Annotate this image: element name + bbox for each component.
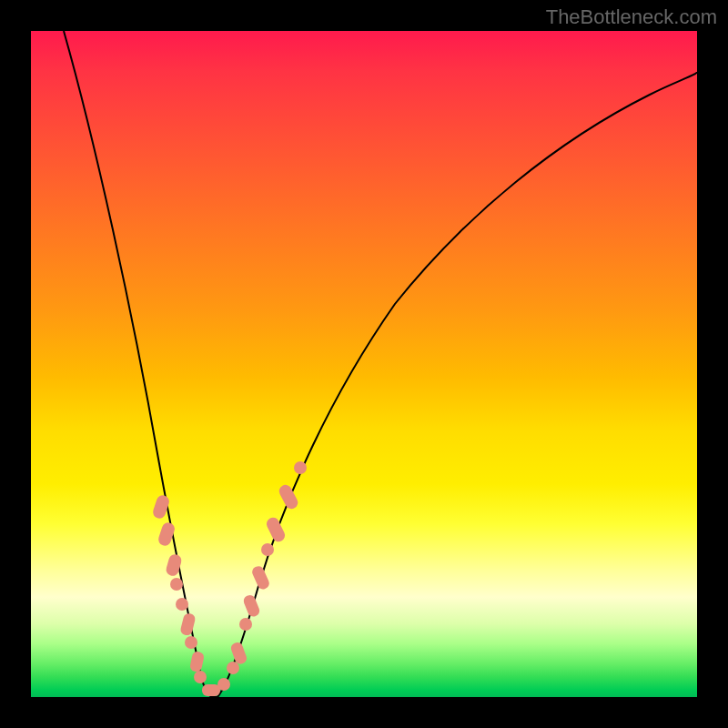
- svg-point-13: [239, 618, 252, 631]
- svg-point-6: [185, 636, 197, 649]
- svg-rect-14: [242, 593, 261, 618]
- svg-point-8: [194, 671, 207, 683]
- svg-point-10: [217, 678, 230, 691]
- svg-rect-9: [202, 684, 220, 696]
- svg-point-3: [170, 578, 183, 591]
- svg-point-16: [261, 543, 274, 556]
- svg-rect-15: [250, 564, 270, 591]
- svg-point-11: [227, 662, 239, 674]
- svg-rect-18: [277, 482, 300, 511]
- watermark-text: TheBottleneck.com: [546, 5, 717, 29]
- chart-plot-area: [31, 31, 697, 697]
- bottleneck-curve: [64, 31, 697, 697]
- svg-rect-7: [189, 651, 205, 672]
- svg-rect-17: [265, 515, 288, 543]
- svg-point-19: [294, 461, 307, 474]
- svg-point-4: [176, 598, 188, 611]
- curve-markers: [151, 461, 307, 696]
- svg-rect-5: [179, 612, 196, 636]
- chart-svg: [31, 31, 697, 697]
